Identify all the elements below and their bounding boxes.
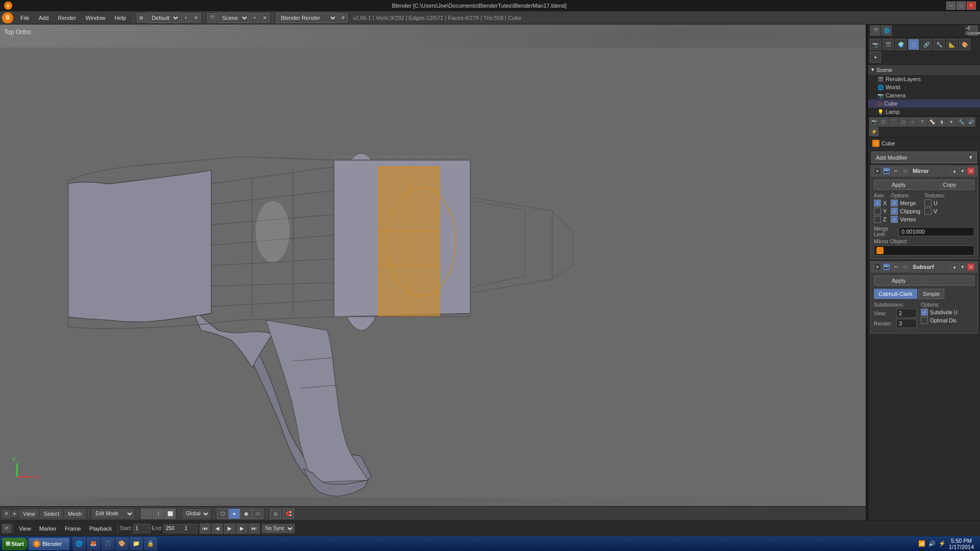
merge-limit-input[interactable] [899,227,974,236]
merge-checkbox[interactable]: ✓ [891,199,898,207]
mod-render-icon[interactable]: 📷 [869,117,878,127]
v-checkbox[interactable] [924,208,932,215]
subsurf-apply-button[interactable]: Apply [874,276,924,286]
subsurf-toggle-icon[interactable]: ▾ [874,263,881,270]
view-all-icon[interactable]: All Scene▾ [968,26,978,36]
mesh-menu[interactable]: Mesh [64,509,85,518]
minimize-button[interactable]: ─ [946,2,955,10]
z-axis-checkbox[interactable] [874,216,881,223]
material-tab[interactable]: 🎨 [959,39,970,50]
snap-btn[interactable]: 🧲 [283,509,294,519]
mirror-up-icon[interactable]: ▲ [951,167,958,174]
subdivide-u-checkbox[interactable]: ✓ [921,309,928,316]
menu-file[interactable]: File [16,14,34,22]
render-engine-select[interactable]: Blender Render [276,13,337,23]
mod-empty-icon[interactable]: ✦ [947,117,956,127]
menu-add[interactable]: Add [35,14,53,22]
mod-force-icon[interactable]: ⚡ [869,127,878,136]
viewport-3d[interactable]: X Y Top Ortho (1) Cube ⊞ ▸ View Select M… [0,24,866,520]
end-frame-field[interactable]: 250 [163,524,181,533]
mod-mesh-icon[interactable]: ⬡ [879,117,888,127]
mirror-apply-button[interactable]: Apply [874,180,924,190]
edge-mode-btn[interactable]: ⌇ [153,509,164,519]
current-frame-field[interactable]: 1 [182,524,198,533]
add-modifier-button[interactable]: Add Modifier ▾ [871,152,977,163]
rendered-btn[interactable]: ⬭ [252,509,263,519]
timeline-playback-menu[interactable]: Playback [85,524,116,533]
edit-mode-select[interactable]: Edit Mode Object Mode [92,509,134,518]
prev-frame-btn[interactable]: ◀ [212,523,223,534]
simple-button[interactable]: Simple [918,289,945,299]
mirror-cage-icon[interactable]: ⬡ [901,167,909,174]
blender-taskbar-app[interactable]: B Blender [29,538,69,550]
scene-select[interactable]: Scene [217,13,249,23]
optimal-dis-checkbox[interactable] [921,317,928,324]
catmull-clark-button[interactable]: Catmull-Clark [874,289,917,299]
blender-dock-icon[interactable]: 🎨 [115,537,129,550]
y-axis-checkbox[interactable] [874,208,881,215]
mirror-delete-icon[interactable]: ✕ [967,167,974,174]
scene-item-cube[interactable]: ⬡ Cube [868,99,980,108]
menu-window[interactable]: Window [81,14,109,22]
timeline-frame-menu[interactable]: Frame [61,524,85,533]
x-axis-checkbox[interactable]: ✓ [874,199,881,207]
data-tab[interactable]: 📐 [946,39,958,50]
media-icon[interactable]: 🎵 [101,537,114,550]
subsurf-up-icon[interactable]: ▲ [951,263,958,270]
subsurf-down-icon[interactable]: ▼ [959,263,966,270]
scene-item-lamp[interactable]: 💡 Lamp [868,108,980,116]
close-button[interactable]: ✕ [967,2,976,10]
maximize-button[interactable]: □ [957,2,966,10]
security-icon[interactable]: 🔒 [144,537,157,550]
files-icon[interactable]: 📁 [130,537,143,550]
modifier-tab[interactable]: 🔧 [934,39,945,50]
start-frame-field[interactable]: 1 [133,524,151,533]
next-frame-btn[interactable]: ▶ [236,523,248,534]
ie-icon[interactable]: 🌐 [72,537,86,550]
sync-select[interactable]: No Sync [262,524,295,533]
scene-props-icon[interactable]: 🎬 [870,26,880,36]
render-value-field[interactable]: 3 [896,319,917,328]
world-props-icon[interactable]: 🌐 [881,26,892,36]
subsurf-cage-icon[interactable]: ⬡ [901,263,909,270]
clipping-checkbox[interactable]: ✓ [891,208,898,215]
constraints-tab[interactable]: 🔗 [921,39,932,50]
scene-header[interactable]: ▾ Scene [868,65,980,75]
engine-refresh[interactable]: ↺ [338,13,348,22]
layout-add-icon[interactable]: + [181,13,190,22]
subsurf-render-icon[interactable]: 📷 [883,263,890,270]
view-menu[interactable]: View [19,509,39,518]
scene-tab[interactable]: 🎬 [883,39,894,50]
pivot-select[interactable]: Global Local [182,509,210,518]
mod-curve-icon[interactable]: ⌒ [889,117,898,127]
view-value-field[interactable]: 2 [896,309,917,318]
vertex-mode-btn[interactable]: · [141,509,152,519]
mod-active-icon[interactable]: 🔧 [957,117,966,127]
menu-help[interactable]: Help [111,14,131,22]
mirror-edit-icon[interactable]: ✏ [892,167,899,174]
timeline-view-menu[interactable]: View [15,524,35,533]
jump-end-btn[interactable]: ⏭ [249,523,260,534]
mirror-render-icon[interactable]: 📷 [883,167,890,174]
mirror-toggle-icon[interactable]: ▾ [874,167,881,174]
select-menu[interactable]: Select [40,509,63,518]
mirror-copy-button[interactable]: Copy [925,180,975,190]
mod-arm-icon[interactable]: 🦴 [927,117,937,127]
particles-tab[interactable]: ✦ [870,52,881,63]
scene-item-world[interactable]: 🌐 World [868,83,980,91]
mod-meta-icon[interactable]: ○ [908,117,917,127]
subsurf-delete-icon[interactable]: ✕ [967,263,974,270]
mod-surface-icon[interactable]: ◻ [898,117,908,127]
scene-del-icon[interactable]: ✕ [260,13,270,22]
face-mode-btn[interactable]: ⬜ [164,509,176,519]
material-btn[interactable]: ◉ [240,509,252,519]
u-checkbox[interactable] [924,199,932,207]
wireframe-btn[interactable]: ⬡ [217,509,228,519]
vertex-checkbox[interactable]: ✓ [891,216,898,223]
firefox-icon[interactable]: 🦊 [87,537,100,550]
scene-add-icon[interactable]: + [250,13,259,22]
timeline-marker-menu[interactable]: Marker [35,524,61,533]
layout-icon[interactable]: ⊞ [137,13,146,22]
render-tab[interactable]: 📷 [870,39,881,50]
mirror-down-icon[interactable]: ▼ [959,167,966,174]
